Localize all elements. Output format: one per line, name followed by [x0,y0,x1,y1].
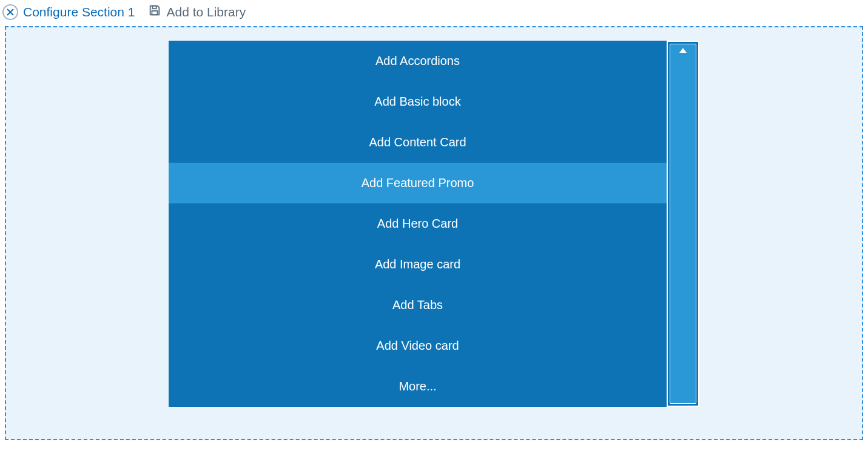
menu-item-label: Add Featured Promo [362,176,474,190]
menu-item-label: Add Tabs [392,298,443,312]
menu-item[interactable]: Add Accordions [169,41,667,81]
save-icon [148,4,161,20]
menu-item-label: Add Basic block [374,95,460,109]
close-icon[interactable] [2,4,18,20]
menu-item-label: Add Image card [375,257,460,271]
add-block-menu-list: Add AccordionsAdd Basic blockAdd Content… [169,41,667,407]
svg-marker-4 [679,48,687,53]
menu-item[interactable]: Add Basic block [169,81,667,122]
configure-section-link[interactable]: Configure Section 1 [2,4,135,20]
svg-rect-2 [153,6,156,9]
menu-item-label: Add Accordions [375,54,460,68]
menu-item[interactable]: Add Image card [169,244,667,285]
menu-item[interactable]: Add Hero Card [169,203,667,244]
menu-scrollbar[interactable] [667,41,699,407]
menu-item[interactable]: Add Tabs [169,285,667,325]
scroll-up-arrow-icon [679,48,687,53]
menu-item-label: Add Video card [376,339,459,353]
svg-rect-3 [152,11,158,15]
section-toolbar: Configure Section 1 Add to Library [0,0,868,26]
section-dropzone: Add AccordionsAdd Basic blockAdd Content… [5,26,863,440]
menu-item-label: Add Content Card [369,135,466,149]
menu-item[interactable]: Add Video card [169,325,667,366]
menu-item[interactable]: More... [169,366,667,407]
add-to-library-link[interactable]: Add to Library [148,4,246,20]
menu-item[interactable]: Add Featured Promo [169,163,667,203]
add-block-menu: Add AccordionsAdd Basic blockAdd Content… [169,41,699,407]
configure-section-label: Configure Section 1 [23,5,135,19]
scroll-thumb[interactable] [670,44,696,404]
menu-item-label: Add Hero Card [377,217,458,231]
add-to-library-label: Add to Library [166,5,246,19]
menu-item-label: More... [399,379,436,393]
menu-item[interactable]: Add Content Card [169,122,667,163]
